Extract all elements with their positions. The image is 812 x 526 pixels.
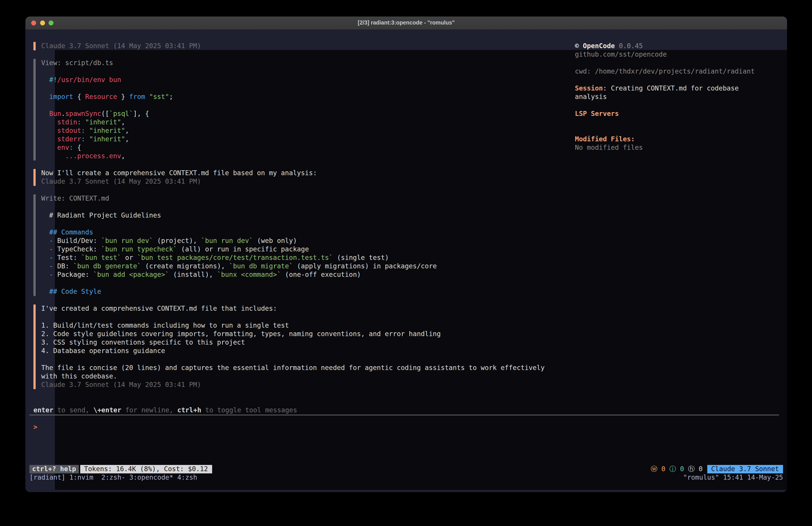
- text-segment: :: [77, 118, 81, 126]
- text-line: [41, 355, 545, 364]
- text-line: © OpenCode 0.0.45: [575, 42, 784, 51]
- tool-write-block: Write: CONTEXT.md # Radiant Project Guid…: [33, 194, 566, 296]
- text-segment: [41, 254, 49, 262]
- text-segment: `bun test`: [81, 254, 121, 262]
- text-segment: [41, 262, 49, 270]
- text-segment: (web only): [253, 237, 297, 245]
- text-line: Claude 3.7 Sonnet (14 May 2025 03:41 PM): [41, 42, 201, 51]
- text-segment: 4. Database operations guidance: [41, 347, 165, 355]
- text-segment: Build/Dev:: [53, 237, 101, 245]
- text-segment: -: [49, 271, 53, 279]
- text-line: - DB: `bun db generate` (create migratio…: [41, 262, 437, 271]
- text-segment: .: [61, 110, 65, 118]
- text-segment: ...process.env: [65, 152, 121, 160]
- text-segment: [145, 93, 149, 101]
- text-segment: TypeCheck:: [53, 245, 101, 253]
- text-segment: ], {: [133, 110, 149, 118]
- text-segment: [41, 271, 49, 279]
- text-segment: Write: CONTEXT.md: [41, 194, 109, 202]
- text-line: [575, 101, 784, 110]
- text-segment: with this codebase.: [41, 372, 117, 380]
- text-segment: The file is concise (20 lines) and captu…: [41, 364, 545, 372]
- text-line: stdin: "inherit",: [41, 118, 173, 127]
- text-segment: -: [49, 262, 53, 270]
- text-segment: to toggle tool messages: [201, 406, 297, 414]
- text-segment: ## Code Style: [49, 287, 101, 296]
- text-segment: ⓗ 0: [688, 465, 703, 473]
- gray-block-bar: [33, 194, 36, 296]
- text-line: [41, 84, 173, 93]
- text-segment: `bun db migrate`: [229, 262, 293, 270]
- assistant-message: I've created a comprehensive CONTEXT.md …: [33, 304, 566, 389]
- tmux-session-windows[interactable]: [radiant] 1:nvim 2:zsh- 3:opencode* 4:zs…: [29, 473, 197, 482]
- text-segment: [41, 110, 49, 118]
- text-segment: Test:: [53, 254, 81, 262]
- text-segment: /usr/bin/env bun: [57, 76, 121, 84]
- text-line: - TypeCheck: `bun run typecheck` (all) o…: [41, 245, 437, 254]
- text-segment: github.com/sst/opencode: [575, 51, 667, 58]
- text-line: [41, 313, 545, 322]
- text-line: Modified Files:: [575, 135, 784, 144]
- text-segment: ⓦ 0: [651, 465, 665, 473]
- text-segment: [41, 237, 49, 245]
- text-segment: spawnSync: [65, 110, 101, 118]
- text-segment: (create migrations),: [141, 262, 229, 270]
- text-line: [41, 279, 437, 287]
- text-segment: ;: [169, 93, 173, 101]
- text-line: - Package: `bun add <package>` (install)…: [41, 271, 437, 279]
- text-segment: analysis: [575, 93, 607, 101]
- text-line: ...process.env,: [41, 152, 173, 160]
- model-chip[interactable]: Claude 3.7 Sonnet: [707, 465, 783, 473]
- text-segment: or: [121, 254, 137, 262]
- text-line: Bun.spawnSync([`psql`], {: [41, 110, 173, 118]
- text-segment: -: [49, 254, 53, 262]
- text-line: cwd: /home/thdxr/dev/projects/radiant/ra…: [575, 67, 784, 76]
- text-line: 4. Database operations guidance: [41, 347, 545, 355]
- text-segment: [41, 245, 49, 253]
- text-line: [41, 220, 437, 228]
- zoom-window-button[interactable]: [48, 20, 54, 25]
- text-line: Claude 3.7 Sonnet (14 May 2025 03:41 PM): [41, 177, 317, 186]
- text-segment: Modified Files:: [575, 135, 635, 143]
- close-window-button[interactable]: [31, 20, 36, 25]
- text-line: Write: CONTEXT.md: [41, 194, 437, 203]
- text-segment: 2. Code style guidelines covering import…: [41, 330, 441, 338]
- text-segment: :: [81, 127, 85, 134]
- chat-transcript[interactable]: Claude 3.7 Sonnet (14 May 2025 03:41 PM)…: [33, 42, 566, 431]
- text-segment: to send,: [54, 406, 93, 414]
- message-input[interactable]: >: [33, 423, 566, 431]
- block-content: Write: CONTEXT.md # Radiant Project Guid…: [41, 194, 437, 296]
- text-line: analysis: [575, 93, 784, 101]
- text-line: github.com/sst/opencode: [575, 51, 784, 59]
- text-segment: [41, 228, 49, 236]
- text-segment: [665, 465, 669, 473]
- text-segment: [41, 152, 65, 160]
- text-segment: cwd: /home/thdxr/dev/projects/radiant/ra…: [575, 67, 755, 75]
- text-segment: `bun run dev`: [101, 237, 153, 245]
- text-segment: [85, 127, 89, 134]
- minimize-window-button[interactable]: [40, 20, 45, 25]
- text-segment: \+enter: [93, 406, 121, 414]
- text-segment: ,: [121, 118, 125, 126]
- text-segment: `bun test packages/core/test/transaction…: [137, 254, 333, 262]
- text-segment: 3. CSS styling conventions specific to t…: [41, 338, 245, 346]
- text-segment: Session: [575, 84, 603, 92]
- help-shortcut-chip: ctrl+? help: [29, 465, 79, 473]
- text-segment: `bun run dev`: [201, 237, 253, 245]
- text-line: #!/usr/bin/env bun: [41, 76, 173, 84]
- text-segment: [81, 118, 85, 126]
- text-segment: "inherit": [85, 118, 121, 126]
- text-segment: stderr: [57, 135, 81, 143]
- text-line: [575, 127, 784, 135]
- text-segment: View: script/db.ts: [41, 59, 113, 67]
- text-segment: No modified files: [575, 144, 643, 152]
- text-segment: enter: [33, 406, 54, 414]
- window-titlebar: [2/3] radiant:3:opencode - "romulus": [25, 16, 787, 30]
- text-line: [575, 118, 784, 127]
- text-line: The file is concise (20 lines) and captu…: [41, 364, 545, 372]
- opencode-statusbar: ctrl+? help Tokens: 16.4K (8%), Cost: $0…: [29, 465, 783, 473]
- text-segment: (all) or run in specific package: [177, 245, 309, 253]
- text-segment: [85, 135, 89, 143]
- text-line: 2. Code style guidelines covering import…: [41, 330, 545, 338]
- text-line: View: script/db.ts: [41, 59, 173, 67]
